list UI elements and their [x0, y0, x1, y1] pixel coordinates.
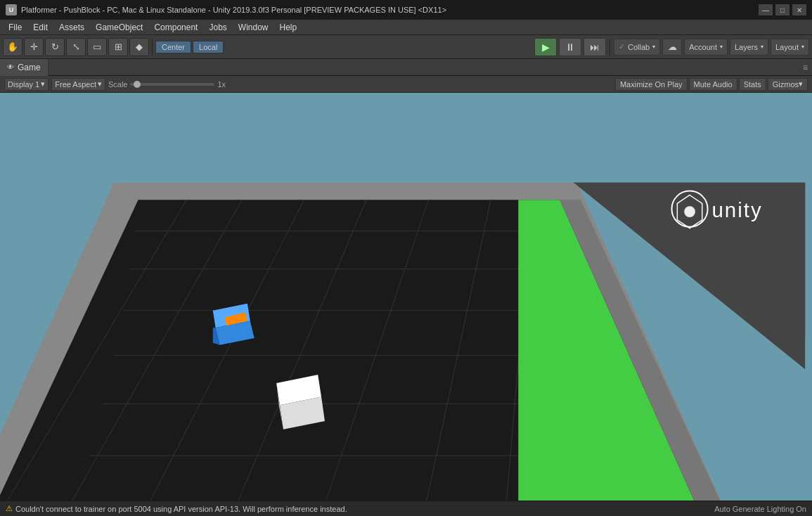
layout-dropdown-arrow: ▾	[801, 44, 804, 50]
collab-button[interactable]: ✓ Collab ▾	[614, 39, 660, 56]
warning-icon: ⚠	[6, 504, 13, 513]
gizmos-button[interactable]: Gizmos ▾	[768, 78, 808, 91]
display-dropdown[interactable]: Display 1 ▾	[4, 78, 49, 91]
game-toolbar: Display 1 ▾ Free Aspect ▾ Scale 1x Maxim…	[0, 76, 812, 93]
main-area: 👁 Game ≡ Display 1 ▾ Free Aspect ▾ Scale	[0, 59, 812, 516]
scale-tool-button[interactable]: ⤡	[66, 38, 86, 56]
close-button[interactable]: ✕	[792, 4, 806, 15]
svg-text:unity: unity	[712, 198, 763, 221]
menu-item-file[interactable]: File	[3, 21, 27, 34]
game-tab-bar: 👁 Game ≡	[0, 59, 812, 76]
game-tab-menu-button[interactable]: ≡	[799, 63, 812, 72]
window-controls: — □ ✕	[759, 4, 806, 15]
gizmos-dropdown-arrow: ▾	[799, 79, 803, 89]
custom-tool-button[interactable]: ◆	[129, 38, 149, 56]
transform-tool-button[interactable]: ⊞	[108, 38, 128, 56]
svg-point-1	[684, 206, 695, 217]
menu-item-component[interactable]: Component	[148, 21, 203, 34]
game-tab-label: Game	[18, 63, 41, 72]
scale-thumb[interactable]	[134, 81, 141, 88]
layers-button[interactable]: Layers ▾	[730, 39, 768, 56]
maximize-button[interactable]: □	[775, 4, 790, 15]
stats-button[interactable]: Stats	[739, 78, 766, 91]
layout-button[interactable]: Layout ▾	[771, 39, 809, 56]
status-bar: ⚠ Couldn't connect to trainer on port 50…	[0, 501, 812, 516]
right-status: Auto Generate Lighting On	[714, 505, 806, 513]
menu-item-gameobject[interactable]: GameObject	[90, 21, 148, 34]
app-icon: U	[6, 4, 17, 15]
scale-track[interactable]	[130, 83, 214, 86]
game-view: unity	[0, 93, 812, 501]
account-button[interactable]: Account ▾	[684, 39, 728, 56]
display-dropdown-arrow: ▾	[41, 79, 45, 89]
game-tab[interactable]: 👁 Game	[0, 59, 49, 76]
menu-bar: FileEditAssetsGameObjectComponentJobsWin…	[0, 20, 812, 35]
top-right-controls: ▶ ⏸ ⏭ ✓ Collab ▾ ☁ Account ▾ Layers ▾	[534, 38, 809, 56]
aspect-dropdown-arrow: ▾	[98, 79, 102, 89]
layers-dropdown-arrow: ▾	[761, 44, 763, 50]
app: U Platformer - PushBlock - PC, Mac & Lin…	[0, 0, 812, 516]
menu-item-window[interactable]: Window	[233, 21, 274, 34]
scale-bar: Scale 1x	[108, 80, 612, 89]
hand-tool-button[interactable]: ✋	[3, 38, 22, 56]
step-button[interactable]: ⏭	[584, 38, 606, 56]
game-tab-icon: 👁	[7, 63, 14, 71]
collab-dropdown-arrow: ▾	[652, 44, 655, 50]
menu-item-assets[interactable]: Assets	[53, 21, 90, 34]
menu-item-help[interactable]: Help	[274, 21, 303, 34]
scale-label: Scale	[108, 80, 128, 89]
menu-item-jobs[interactable]: Jobs	[203, 21, 232, 34]
pause-button[interactable]: ⏸	[559, 38, 581, 56]
local-button[interactable]: Local	[193, 41, 224, 53]
center-button[interactable]: Center	[155, 41, 191, 53]
status-message: Couldn't connect to trainer on port 5004…	[15, 505, 347, 513]
menu-item-edit[interactable]: Edit	[27, 21, 53, 34]
right-game-controls: Maximize On Play Mute Audio Stats Gizmos…	[615, 78, 808, 91]
rotate-tool-button[interactable]: ↻	[45, 38, 65, 56]
aspect-dropdown[interactable]: Free Aspect ▾	[51, 78, 105, 91]
separator-1	[152, 39, 153, 56]
game-scene-svg: unity	[0, 93, 812, 501]
cloud-button[interactable]: ☁	[662, 39, 682, 56]
play-button[interactable]: ▶	[534, 38, 557, 56]
scale-value: 1x	[217, 80, 226, 89]
mute-audio-button[interactable]: Mute Audio	[689, 78, 737, 91]
maximize-on-play-button[interactable]: Maximize On Play	[615, 78, 688, 91]
toolbar: ✋ ✛ ↻ ⤡ ▭ ⊞ ◆ Center Local ▶ ⏸ ⏭ ✓ Colla…	[0, 35, 812, 59]
account-dropdown-arrow: ▾	[720, 44, 723, 50]
title-bar: U Platformer - PushBlock - PC, Mac & Lin…	[0, 0, 812, 20]
rect-tool-button[interactable]: ▭	[87, 38, 107, 56]
move-tool-button[interactable]: ✛	[24, 38, 44, 56]
title-text: Platformer - PushBlock - PC, Mac & Linux…	[21, 6, 754, 14]
minimize-button[interactable]: —	[759, 4, 773, 15]
separator-2	[610, 39, 610, 56]
